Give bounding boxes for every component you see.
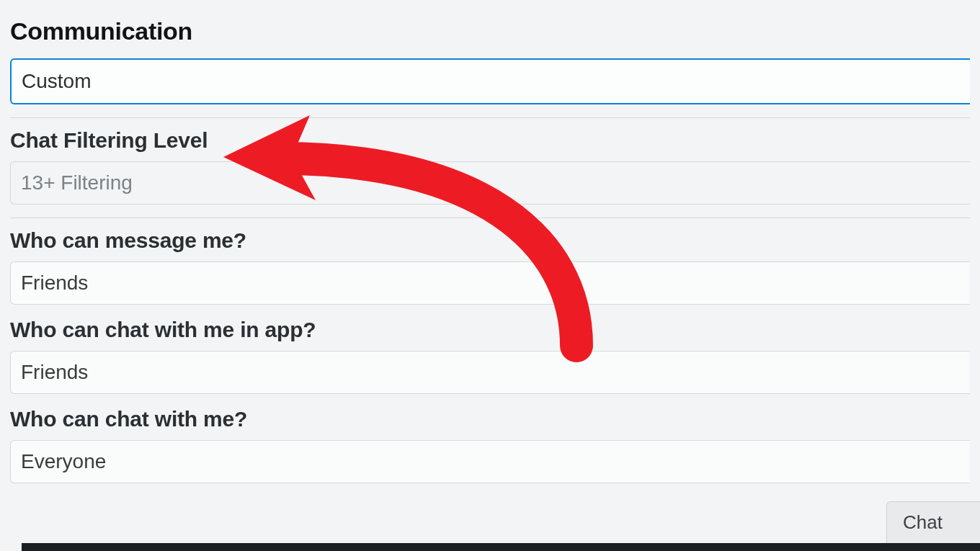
divider: [10, 117, 970, 118]
who-chat-select[interactable]: Everyone: [10, 440, 970, 483]
communication-section: Communication Custom Chat Filtering Leve…: [0, 0, 980, 483]
chat-tab-label: Chat: [903, 511, 943, 534]
section-title: Communication: [10, 17, 970, 45]
communication-preset-select[interactable]: Custom: [10, 58, 970, 104]
who-chat-value: Everyone: [21, 450, 106, 473]
chat-filtering-value: 13+ Filtering: [21, 171, 133, 194]
who-message-value: Friends: [21, 272, 88, 295]
bottom-bar: [22, 543, 980, 551]
who-chat-app-label: Who can chat with me in app?: [10, 318, 970, 342]
who-message-label: Who can message me?: [10, 228, 970, 253]
communication-preset-value: Custom: [22, 70, 91, 93]
chat-filtering-select[interactable]: 13+ Filtering: [10, 161, 970, 205]
who-message-select[interactable]: Friends: [10, 261, 970, 305]
who-chat-label: Who can chat with me?: [10, 407, 970, 431]
who-chat-app-value: Friends: [21, 361, 88, 384]
divider: [10, 218, 970, 218]
chat-filtering-label: Chat Filtering Level: [10, 128, 970, 153]
who-chat-app-select[interactable]: Friends: [10, 351, 970, 394]
chat-tab[interactable]: Chat: [886, 501, 980, 543]
